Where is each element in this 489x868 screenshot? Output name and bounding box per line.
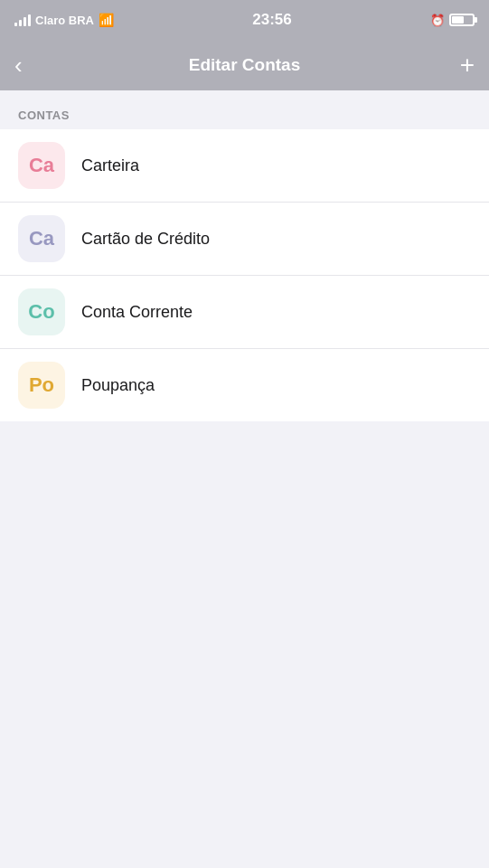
wifi-icon: 📶 <box>99 13 114 27</box>
back-button[interactable]: ‹ <box>14 52 51 80</box>
account-item-cartao[interactable]: CaCartão de Crédito <box>0 203 489 276</box>
status-left: Claro BRA 📶 <box>14 13 114 27</box>
accounts-list: CaCarteiraCaCartão de CréditoCoConta Cor… <box>0 129 489 421</box>
account-item-poupanca[interactable]: PoPoupança <box>0 349 489 421</box>
account-icon-cartao: Ca <box>18 215 65 262</box>
status-right: ⏰ <box>430 14 475 27</box>
account-icon-poupanca: Po <box>18 362 65 409</box>
alarm-icon: ⏰ <box>430 14 445 27</box>
account-icon-carteira: Ca <box>18 142 65 189</box>
status-time: 23:56 <box>252 11 291 29</box>
account-name-carteira: Carteira <box>81 156 139 175</box>
status-bar: Claro BRA 📶 23:56 ⏰ <box>0 0 489 40</box>
account-name-poupanca: Poupança <box>81 376 155 395</box>
nav-title: Editar Contas <box>189 55 301 75</box>
account-icon-conta: Co <box>18 288 65 335</box>
section-header: CONTAS <box>0 108 489 129</box>
account-item-conta[interactable]: CoConta Corrente <box>0 276 489 349</box>
content-area: CONTAS CaCarteiraCaCartão de CréditoCoCo… <box>0 90 489 421</box>
carrier-label: Claro BRA <box>35 14 94 27</box>
account-name-conta: Conta Corrente <box>81 303 193 322</box>
account-item-carteira[interactable]: CaCarteira <box>0 129 489 203</box>
nav-bar: ‹ Editar Contas + <box>0 40 489 90</box>
battery-icon <box>449 14 475 26</box>
account-name-cartao: Cartão de Crédito <box>81 230 210 249</box>
signal-bars-icon <box>14 14 31 26</box>
add-button[interactable]: + <box>438 51 475 80</box>
